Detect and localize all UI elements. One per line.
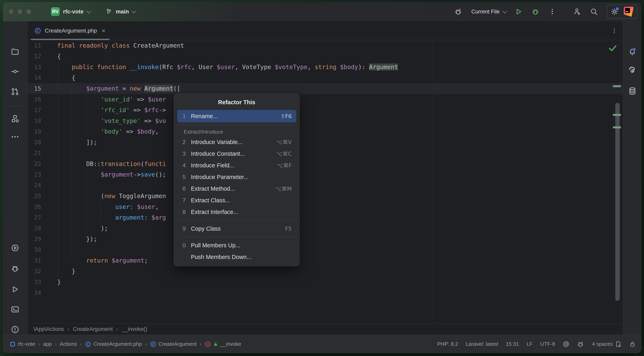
line-number[interactable]: 33 [28,279,41,285]
code-line[interactable]: 18 'vote_type' => $vo [28,116,623,126]
line-number[interactable]: 19 [28,128,41,135]
line-number[interactable]: 29 [28,236,41,242]
debug-tool-icon[interactable] [11,264,20,273]
popup-item-introduce-field[interactable]: 4Introduce Field...⌥⌘F [174,160,299,171]
status-widget-laravel-latest[interactable]: Laravel: latest [466,341,498,347]
popup-item-extract-class[interactable]: 7Extract Class... [174,194,299,206]
status-widget-at[interactable] [563,341,570,347]
popup-item-extract-interface[interactable]: 8Extract Interface... [174,206,299,218]
more-actions-icon[interactable] [548,8,556,16]
code-line[interactable]: 27 argument: $arg [28,212,623,223]
zoom-window-button[interactable] [26,10,31,14]
tab-options-icon[interactable] [611,27,618,34]
line-number[interactable]: 18 [28,117,41,124]
line-number[interactable]: 17 [28,107,41,114]
more-tool-windows-icon[interactable] [11,132,20,141]
close-tab-icon[interactable]: × [102,28,106,34]
notifications-bell-icon[interactable] [628,47,637,56]
line-number[interactable]: 30 [28,246,41,253]
inspections-ok-icon[interactable] [608,44,617,52]
line-number[interactable]: 26 [28,203,41,210]
code-line[interactable]: 20 ]); [28,137,623,148]
code-line[interactable]: 21 [28,148,623,159]
line-number[interactable]: 21 [28,150,41,157]
line-number[interactable]: 11 [28,42,41,49]
vcs-change-marker[interactable] [613,114,621,116]
code-line[interactable]: 12{ [28,51,623,62]
close-window-button[interactable] [9,10,13,14]
code-line[interactable]: 15 $argument = new Argument([ [28,83,623,94]
code-line[interactable]: 13 public function __invoke(Rfc $rfc, Us… [28,62,623,73]
commit-tool-icon[interactable] [11,67,20,76]
code-line[interactable]: 23 $argument->save(); [28,169,623,180]
services-tool-icon[interactable] [11,243,20,252]
phpstorm-logo[interactable] [624,7,634,17]
line-number[interactable]: 13 [28,64,41,71]
project-name[interactable]: rfc-vote [63,9,84,15]
ai-assistant-icon[interactable] [628,67,637,75]
code-line[interactable]: 17 'rfc_id' => $rfc-> [28,105,623,116]
status-widget-utf-8[interactable]: UTF-8 [540,341,555,347]
database-tool-icon[interactable] [628,87,637,95]
code-line[interactable]: 30 [28,244,623,255]
editor-scrollbar[interactable] [615,103,620,301]
code-line[interactable]: 14 { [28,73,623,83]
popup-item-rename[interactable]: 1Rename...⇧F6 [177,110,296,122]
settings-gear-icon[interactable] [610,8,618,16]
line-number[interactable]: 20 [28,139,41,146]
status-path-item[interactable]: m__invoke [204,341,241,347]
code-line[interactable]: 32 } [28,266,623,277]
line-number[interactable]: 22 [28,160,41,167]
status-widget-lf[interactable]: LF [526,341,532,347]
status-path-item[interactable]: Actions [60,341,77,347]
code-line[interactable]: 25 (new ToggleArgumen [28,191,623,201]
code-line[interactable]: 33} [28,277,623,287]
status-path-item[interactable]: CCreateArgument [150,341,197,347]
search-everywhere-icon[interactable] [590,8,598,16]
status-widget-4-spaces[interactable]: 4 spaces [592,341,622,347]
line-number[interactable]: 27 [28,214,41,221]
mute-breakpoints-icon[interactable]: x [454,8,462,16]
debug-button[interactable] [532,8,540,16]
status-path-item[interactable]: CCreateArgument.php [85,341,142,347]
problems-tool-icon[interactable] [11,325,20,334]
line-number[interactable]: 24 [28,182,41,189]
line-number[interactable]: 14 [28,74,41,81]
popup-item-introduce-constant[interactable]: 3Introduce Constant...⌥⌘C [174,148,299,160]
code-line[interactable]: 24 [28,180,623,191]
breadcrumb-item[interactable]: CreateArgument [73,326,113,332]
code-line[interactable]: 11final readonly class CreateArgument [28,40,623,51]
run-tool-icon[interactable] [11,285,20,294]
popup-item-copy-class[interactable]: 9Copy ClassF5 [174,223,299,234]
structure-tool-icon[interactable] [11,114,20,123]
status-path-item[interactable]: rfc-vote [10,341,35,347]
line-number[interactable]: 25 [28,193,41,199]
popup-item-push-members-down[interactable]: Push Members Down... [174,251,299,263]
popup-item-extract-method[interactable]: 6Extract Method...⌥⌘M [174,183,299,194]
code-line[interactable]: 16 'user_id' => $user [28,94,623,105]
line-number[interactable]: 15 [28,85,41,92]
minimize-window-button[interactable] [18,10,22,14]
project-tool-icon[interactable] [11,47,20,56]
vcs-change-marker[interactable] [613,85,621,87]
tab-createargument-php[interactable]: C CreateArgument.php × [29,21,111,40]
status-path-item[interactable]: app [43,341,52,347]
line-number[interactable]: 12 [28,53,41,60]
run-button[interactable] [514,8,522,16]
code-line[interactable]: 26 user: $user, [28,201,623,212]
breadcrumb-item[interactable]: __invoke() [122,326,147,332]
pull-requests-tool-icon[interactable] [11,87,20,96]
popup-item-introduce-parameter[interactable]: 5Introduce Parameter... [174,171,299,183]
code-line[interactable]: 34 [28,287,623,298]
line-number[interactable]: 34 [28,289,41,296]
status-widget-php-8-2[interactable]: PHP: 8.2 [437,341,458,347]
code-line[interactable]: 29 }); [28,234,623,244]
popup-item-introduce-variable[interactable]: 2Introduce Variable...⌥⌘V [174,136,299,148]
code-line[interactable]: 19 'body' => $body, [28,126,623,137]
status-widget-unlock[interactable] [629,341,636,347]
line-number[interactable]: 16 [28,96,41,103]
popup-item-pull-members-up[interactable]: 0Pull Members Up... [174,239,299,251]
status-widget-15-31[interactable]: 15:31 [506,341,519,347]
code-line[interactable]: 28 ); [28,223,623,234]
line-number[interactable]: 28 [28,225,41,232]
